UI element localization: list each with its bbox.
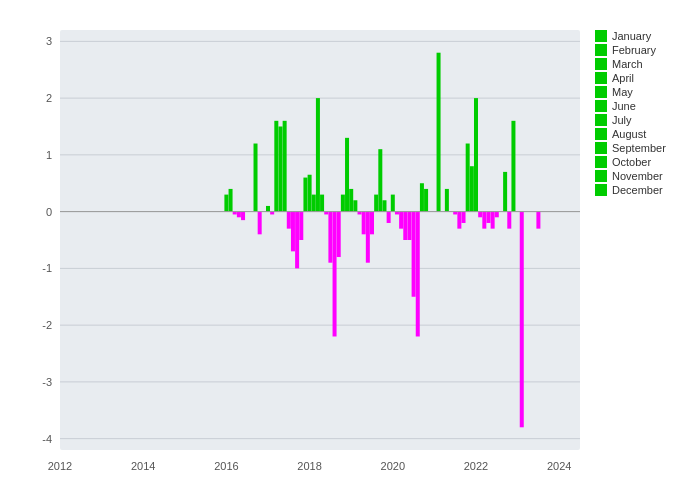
- legend-color-swatch: [595, 184, 607, 196]
- y-axis-label: 2: [46, 92, 52, 104]
- bar: [511, 121, 515, 212]
- legend-item: January: [595, 30, 695, 42]
- legend-item: April: [595, 72, 695, 84]
- bar: [407, 212, 411, 240]
- legend-item: June: [595, 100, 695, 112]
- bar: [337, 212, 341, 257]
- legend-color-swatch: [595, 30, 607, 42]
- bar: [299, 212, 303, 240]
- legend-label: February: [612, 44, 656, 56]
- legend-item: November: [595, 170, 695, 182]
- legend-color-swatch: [595, 72, 607, 84]
- bar: [387, 212, 391, 223]
- chart-area: -4-3-2-101232012201420162018202020222024: [0, 0, 590, 500]
- legend-color-swatch: [595, 58, 607, 70]
- bar: [291, 212, 295, 252]
- x-axis-label: 2018: [297, 460, 321, 472]
- bar: [486, 212, 490, 223]
- y-axis-label: 3: [46, 35, 52, 47]
- legend-label: September: [612, 142, 666, 154]
- bar: [224, 195, 228, 212]
- bar: [308, 175, 312, 212]
- bar: [403, 212, 407, 240]
- legend-label: July: [612, 114, 632, 126]
- bar: [229, 189, 233, 212]
- legend-label: December: [612, 184, 663, 196]
- bar: [482, 212, 486, 229]
- bar: [491, 212, 495, 229]
- legend-item: September: [595, 142, 695, 154]
- chart-svg: -4-3-2-101232012201420162018202020222024: [0, 0, 590, 500]
- bar: [412, 212, 416, 297]
- legend-item: August: [595, 128, 695, 140]
- legend-item: July: [595, 114, 695, 126]
- bar: [466, 144, 470, 212]
- bar: [341, 195, 345, 212]
- legend-color-swatch: [595, 114, 607, 126]
- x-axis-label: 2022: [464, 460, 488, 472]
- bar: [241, 212, 245, 221]
- y-axis-label: 1: [46, 149, 52, 161]
- y-axis-label: -2: [42, 319, 52, 331]
- legend-label: August: [612, 128, 646, 140]
- legend-label: October: [612, 156, 651, 168]
- legend-color-swatch: [595, 44, 607, 56]
- legend-item: December: [595, 184, 695, 196]
- bar: [520, 212, 524, 428]
- bar: [254, 144, 258, 212]
- bar: [237, 212, 241, 218]
- bar: [349, 189, 353, 212]
- y-axis-label: -3: [42, 376, 52, 388]
- legend-label: May: [612, 86, 633, 98]
- legend-label: June: [612, 100, 636, 112]
- bar: [391, 195, 395, 212]
- bar: [345, 138, 349, 212]
- bar: [266, 206, 270, 212]
- bar: [382, 200, 386, 211]
- bar: [474, 98, 478, 212]
- bar: [399, 212, 403, 229]
- bar: [495, 212, 499, 218]
- bar: [424, 189, 428, 212]
- bar: [287, 212, 291, 229]
- legend-color-swatch: [595, 128, 607, 140]
- bar: [457, 212, 461, 229]
- bar: [437, 53, 441, 212]
- bar: [478, 212, 482, 218]
- bar: [258, 212, 262, 235]
- y-axis-label: -4: [42, 433, 52, 445]
- bar: [445, 189, 449, 212]
- bar: [416, 212, 420, 337]
- bar: [328, 212, 332, 263]
- bar: [312, 195, 316, 212]
- legend-label: April: [612, 72, 634, 84]
- legend-color-swatch: [595, 142, 607, 154]
- bar: [333, 212, 337, 337]
- x-axis-label: 2016: [214, 460, 238, 472]
- y-axis-label: -1: [42, 262, 52, 274]
- bar: [316, 98, 320, 212]
- legend-item: May: [595, 86, 695, 98]
- bar: [374, 195, 378, 212]
- bar: [295, 212, 299, 269]
- bar: [370, 212, 374, 235]
- legend-item: February: [595, 44, 695, 56]
- legend-color-swatch: [595, 170, 607, 182]
- legend-color-swatch: [595, 86, 607, 98]
- chart-container: -4-3-2-101232012201420162018202020222024…: [0, 0, 700, 500]
- legend-color-swatch: [595, 100, 607, 112]
- x-axis-label: 2012: [48, 460, 72, 472]
- legend-item: October: [595, 156, 695, 168]
- y-axis-label: 0: [46, 206, 52, 218]
- bar: [503, 172, 507, 212]
- legend-item: March: [595, 58, 695, 70]
- legend-label: March: [612, 58, 643, 70]
- bar: [283, 121, 287, 212]
- bar: [353, 200, 357, 211]
- bar: [366, 212, 370, 263]
- legend-label: January: [612, 30, 651, 42]
- bar: [536, 212, 540, 229]
- x-axis-label: 2014: [131, 460, 155, 472]
- bar: [362, 212, 366, 235]
- bar: [274, 121, 278, 212]
